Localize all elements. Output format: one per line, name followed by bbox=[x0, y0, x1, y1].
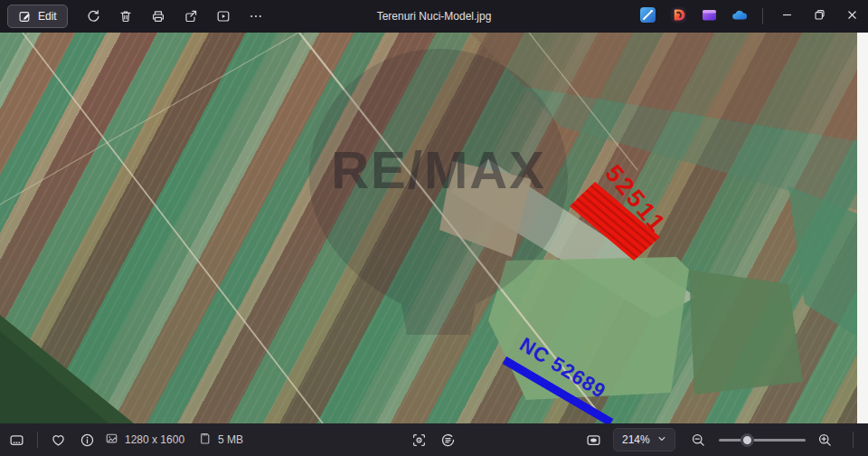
toolbar-right bbox=[632, 0, 868, 33]
favorite-button[interactable] bbox=[43, 425, 72, 454]
visual-search-icon bbox=[411, 432, 427, 448]
aerial-photo: RE/MAX 52511 NC 52689 bbox=[0, 33, 857, 423]
zoom-slider-track[interactable] bbox=[719, 439, 806, 442]
file-size: 5 MB bbox=[218, 433, 243, 446]
extract-text-icon bbox=[440, 432, 456, 448]
zoom-out-icon bbox=[691, 432, 706, 448]
minimize-icon bbox=[781, 9, 793, 24]
photo-edge bbox=[857, 33, 868, 423]
print-icon bbox=[151, 9, 165, 24]
designer-button[interactable] bbox=[663, 2, 693, 31]
zoom-in-button[interactable] bbox=[811, 425, 840, 454]
watermark-text: RE/MAX bbox=[331, 140, 546, 199]
slideshow-button[interactable] bbox=[209, 2, 238, 31]
filmstrip-toggle-button[interactable] bbox=[2, 425, 31, 454]
edit-button[interactable]: Edit bbox=[7, 5, 68, 28]
delete-button[interactable] bbox=[111, 2, 140, 31]
photo-overlay: RE/MAX 52511 NC 52689 bbox=[0, 33, 857, 423]
zoom-in-icon bbox=[817, 432, 833, 448]
titlebar: Edit bbox=[0, 0, 868, 33]
file-info-button[interactable] bbox=[72, 425, 101, 454]
edit-label: Edit bbox=[38, 10, 57, 23]
image-viewer[interactable]: RE/MAX 52511 NC 52689 bbox=[0, 33, 868, 423]
close-button[interactable] bbox=[835, 2, 868, 31]
chevron-down-icon bbox=[657, 433, 666, 446]
rotate-button[interactable] bbox=[79, 2, 108, 31]
share-button[interactable] bbox=[176, 2, 205, 31]
onedrive-cloud-icon bbox=[731, 6, 749, 27]
statusbar-divider-left bbox=[37, 432, 38, 448]
more-icon bbox=[249, 9, 263, 24]
fit-to-window-button[interactable] bbox=[579, 425, 608, 454]
heart-icon bbox=[51, 432, 66, 448]
filmstrip-icon bbox=[9, 432, 24, 448]
clipchamp-button[interactable] bbox=[693, 2, 724, 31]
designer-icon bbox=[670, 6, 687, 26]
statusbar-divider-right bbox=[853, 432, 854, 448]
filesize-icon bbox=[198, 432, 212, 448]
zoom-level-dropdown[interactable]: 214% bbox=[613, 428, 675, 451]
restore-icon bbox=[814, 9, 826, 24]
titlebar-divider bbox=[762, 8, 763, 24]
close-icon bbox=[846, 9, 858, 24]
auto-enhance-button[interactable] bbox=[632, 2, 663, 31]
image-dimensions: 1280 x 1600 bbox=[125, 433, 184, 446]
zoom-slider[interactable] bbox=[719, 425, 806, 454]
clipchamp-icon bbox=[701, 6, 718, 26]
print-button[interactable] bbox=[144, 2, 173, 31]
slideshow-icon bbox=[216, 9, 231, 24]
restore-button[interactable] bbox=[803, 2, 835, 31]
visual-search-button[interactable] bbox=[404, 425, 433, 454]
fit-to-window-icon bbox=[586, 432, 601, 448]
zoom-level-value: 214% bbox=[622, 433, 650, 446]
zoom-slider-thumb[interactable] bbox=[741, 433, 754, 447]
statusbar: 1280 x 1600 5 MB bbox=[0, 423, 868, 456]
toolbar-left: Edit bbox=[0, 2, 270, 31]
onedrive-button[interactable] bbox=[724, 2, 755, 31]
dimensions-icon bbox=[105, 432, 118, 448]
zoom-out-button[interactable] bbox=[684, 425, 713, 454]
more-options-button[interactable] bbox=[241, 2, 270, 31]
edit-image-icon bbox=[18, 10, 32, 24]
share-icon bbox=[184, 9, 198, 24]
minimize-button[interactable] bbox=[770, 2, 803, 31]
trash-icon bbox=[118, 9, 133, 24]
rotate-icon bbox=[86, 9, 100, 24]
photos-app-window: Edit bbox=[0, 0, 868, 456]
magic-wand-icon bbox=[639, 6, 656, 26]
info-icon bbox=[80, 432, 95, 448]
extract-text-button[interactable] bbox=[433, 425, 462, 454]
